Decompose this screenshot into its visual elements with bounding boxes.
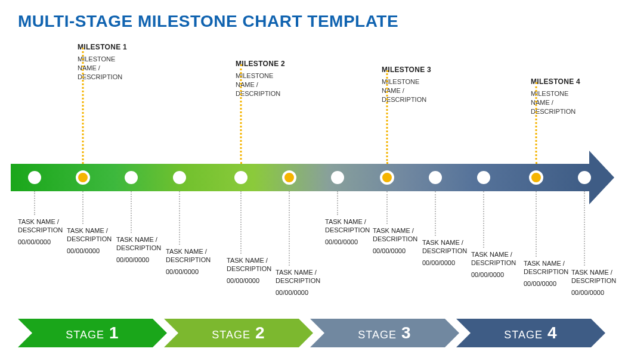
task-6-name: TASK NAME / DESCRIPTION bbox=[276, 268, 341, 285]
stage-row: STAGE 1 STAGE 2 STAGE 3 STAGE 4 bbox=[18, 319, 605, 347]
milestone-connector-1 bbox=[82, 48, 84, 164]
timeline-dot-10 bbox=[477, 171, 490, 184]
stage-4-num: 4 bbox=[547, 323, 558, 343]
task-12-name: TASK NAME / DESCRIPTION bbox=[571, 268, 619, 285]
stage-1: STAGE 1 bbox=[18, 319, 167, 347]
task-4-name: TASK NAME / DESCRIPTION bbox=[166, 247, 231, 265]
milestone-2-desc: MILESTONE NAME / DESCRIPTION bbox=[236, 71, 289, 98]
timeline-dot-9 bbox=[429, 171, 442, 184]
timeline-dot-11-milestone bbox=[529, 170, 543, 185]
stage-2: STAGE 2 bbox=[164, 319, 313, 347]
stage-4: STAGE 4 bbox=[456, 319, 605, 347]
milestone-3-name: MILESTONE 3 bbox=[382, 66, 471, 74]
milestone-2-name: MILESTONE 2 bbox=[236, 60, 325, 68]
stage-2-word: STAGE bbox=[212, 329, 250, 341]
timeline-dot-1 bbox=[28, 171, 41, 184]
milestone-4-desc: MILESTONE NAME / DESCRIPTION bbox=[531, 89, 584, 116]
milestone-label-3: MILESTONE 3 MILESTONE NAME / DESCRIPTION bbox=[382, 66, 471, 104]
milestone-label-2: MILESTONE 2 MILESTONE NAME / DESCRIPTION bbox=[236, 60, 325, 98]
milestone-connector-4 bbox=[536, 82, 537, 164]
milestone-1-name: MILESTONE 1 bbox=[78, 43, 167, 51]
task-label-6: TASK NAME / DESCRIPTION 00/00/0000 bbox=[276, 268, 341, 296]
task-connector-5 bbox=[240, 191, 242, 254]
stage-4-word: STAGE bbox=[504, 329, 543, 341]
task-connector-1 bbox=[34, 191, 35, 215]
milestone-1-desc: MILESTONE NAME / DESCRIPTION bbox=[78, 55, 131, 82]
task-connector-12 bbox=[584, 191, 585, 266]
task-6-date: 00/00/0000 bbox=[276, 289, 341, 296]
milestone-connector-3 bbox=[386, 70, 388, 164]
stage-2-num: 2 bbox=[255, 323, 265, 343]
stage-1-num: 1 bbox=[109, 323, 119, 343]
milestone-label-4: MILESTONE 4 MILESTONE NAME / DESCRIPTION bbox=[531, 77, 620, 116]
timeline-dot-4 bbox=[173, 171, 186, 184]
timeline-dot-2-milestone bbox=[76, 170, 90, 185]
milestone-label-1: MILESTONE 1 MILESTONE NAME / DESCRIPTION bbox=[78, 43, 167, 82]
milestone-4-name: MILESTONE 4 bbox=[531, 77, 620, 86]
task-4-date: 00/00/0000 bbox=[166, 268, 231, 275]
task-label-12: TASK NAME / DESCRIPTION 00/00/0000 bbox=[571, 268, 619, 296]
stage-3: STAGE 3 bbox=[310, 319, 459, 347]
stage-3-word: STAGE bbox=[358, 329, 397, 341]
task-connector-7 bbox=[337, 191, 338, 215]
task-connector-11 bbox=[536, 191, 537, 257]
task-connector-6 bbox=[289, 191, 290, 266]
timeline-bar bbox=[11, 164, 589, 191]
stage-1-word: STAGE bbox=[66, 329, 104, 341]
timeline-arrowhead-icon bbox=[589, 151, 614, 204]
timeline-dot-12 bbox=[578, 171, 591, 184]
stage-3-num: 3 bbox=[401, 323, 411, 343]
timeline-dot-5 bbox=[234, 171, 247, 184]
timeline-dot-3 bbox=[125, 171, 138, 184]
milestone-connector-2 bbox=[240, 64, 242, 164]
timeline bbox=[11, 164, 613, 191]
timeline-dot-6-milestone bbox=[282, 170, 296, 185]
page-title: MULTI-STAGE MILESTONE CHART TEMPLATE bbox=[18, 12, 398, 31]
task-label-4: TASK NAME / DESCRIPTION 00/00/0000 bbox=[166, 247, 231, 275]
milestone-3-desc: MILESTONE NAME / DESCRIPTION bbox=[382, 77, 435, 104]
task-12-date: 00/00/0000 bbox=[571, 289, 619, 296]
timeline-dot-8-milestone bbox=[380, 170, 394, 185]
timeline-dot-7 bbox=[331, 171, 344, 184]
